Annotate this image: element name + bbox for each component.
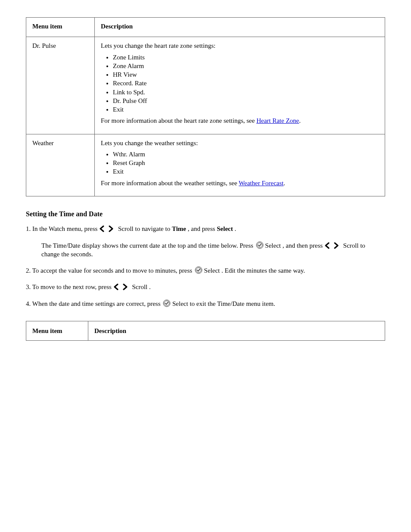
check-circle-icon [163, 300, 172, 307]
list-item: Link to Spd. [113, 88, 379, 96]
page-root: { "table1": { "headers": ["Menu item", "… [0, 0, 411, 532]
xref-heart-rate-zone[interactable]: Heart Rate Zone [256, 117, 299, 124]
cell-menuitem-weather: Weather [26, 134, 95, 196]
step-2: 2. To accept the value for seconds and t… [26, 266, 385, 275]
steps-block: 1. In the Watch menu, press Scroll to na… [26, 224, 385, 308]
cell-menuitem-drpulse: Dr. Pulse [26, 37, 95, 134]
xref-weather-forecast[interactable]: Weather Forecast [239, 180, 283, 187]
scroll-arrows-icon [324, 242, 343, 249]
menu-table-1: Menu item Description Dr. Pulse Lets you… [26, 17, 385, 196]
scroll-arrows-icon [113, 283, 132, 290]
list-item: Reset Graph [113, 159, 379, 167]
list-item: Dr. Pulse Off [113, 96, 379, 105]
step-3: 3. To move to the next row, press Scroll… [26, 283, 385, 291]
desc-outro: For more information about the heart rat… [101, 116, 379, 125]
table-row: Weather Lets you change the weather sett… [26, 134, 385, 196]
col-header-description: Description [88, 321, 385, 340]
option-list: Zone Limits Zone Alarm HR View Record. R… [101, 53, 379, 114]
list-item: Record. Rate [113, 79, 379, 87]
step-1: 1. In the Watch menu, press Scroll to na… [26, 224, 385, 233]
col-header-description: Description [95, 18, 385, 37]
cell-desc-drpulse: Lets you change the heart rate zone sett… [95, 37, 385, 134]
list-item: Exit [113, 105, 379, 114]
list-item: HR View [113, 70, 379, 79]
check-circle-icon [195, 267, 204, 274]
list-item: Wthr. Alarm [113, 150, 379, 159]
col-header-menuitem: Menu item [26, 18, 95, 37]
step-1b: The Time/Date display shows the current … [26, 241, 385, 259]
menu-table-2: Menu item Description [26, 321, 385, 341]
desc-outro: For more information about the weather s… [101, 179, 379, 187]
check-circle-icon [256, 242, 265, 249]
cell-desc-weather: Lets you change the weather settings: Wt… [95, 134, 385, 196]
desc-intro: Lets you change the heart rate zone sett… [101, 41, 379, 50]
col-header-menuitem: Menu item [26, 321, 88, 340]
desc-intro: Lets you change the weather settings: [101, 139, 379, 147]
step-4: 4. When the date and time settings are c… [26, 299, 385, 308]
scroll-arrows-icon [99, 225, 118, 232]
table-row: Dr. Pulse Lets you change the heart rate… [26, 37, 385, 134]
list-item: Zone Alarm [113, 62, 379, 70]
label-time: Time [172, 225, 186, 232]
section-title: Setting the Time and Date [26, 209, 385, 219]
list-item: Exit [113, 167, 379, 176]
list-item: Zone Limits [113, 53, 379, 62]
option-list: Wthr. Alarm Reset Graph Exit [101, 150, 379, 176]
label-select: Select [217, 225, 233, 232]
